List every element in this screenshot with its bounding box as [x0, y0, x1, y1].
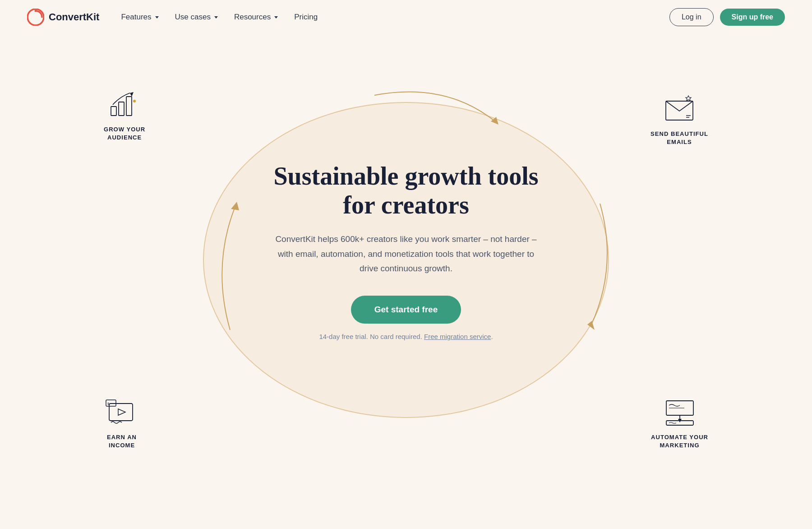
automate-marketing-label: AUTOMATE YOURMARKETING: [651, 433, 708, 450]
grow-audience-label: GROW YOURAUDIENCE: [104, 125, 145, 142]
feature-automate-marketing: AUTOMATE YOURMARKETING: [651, 396, 708, 450]
chart-growth-icon: [106, 88, 143, 120]
feature-send-emails: SEND BEAUTIFULEMAILS: [651, 93, 708, 146]
svg-text:$: $: [107, 402, 110, 406]
income-card-icon: $: [104, 396, 140, 428]
feature-grow-audience: GROW YOURAUDIENCE: [104, 88, 145, 142]
get-started-button[interactable]: Get started free: [351, 296, 461, 324]
hero-center-content: Sustainable growth tools for creators Co…: [248, 153, 564, 350]
nav-resources[interactable]: Resources: [234, 13, 278, 22]
hero-subtitle: ConvertKit helps 600k+ creators like you…: [271, 232, 541, 276]
send-emails-label: SEND BEAUTIFULEMAILS: [651, 130, 708, 146]
feature-earn-income: $ EARN ANINCOME: [104, 396, 140, 450]
hero-fine-print: 14-day free trial. No card required. Fre…: [257, 333, 555, 340]
envelope-icon: [661, 93, 697, 125]
svg-point-9: [133, 100, 136, 102]
hero-title: Sustainable growth tools for creators: [257, 162, 555, 220]
svg-rect-6: [119, 102, 124, 116]
chevron-down-icon: [274, 16, 278, 19]
login-button[interactable]: Log in: [669, 8, 714, 26]
svg-point-1: [35, 10, 37, 12]
svg-marker-14: [118, 409, 125, 415]
svg-rect-7: [126, 97, 132, 116]
nav-links: Features Use cases Resources Pricing: [121, 13, 669, 22]
hero-section: GROW YOURAUDIENCE SEND BEAUTIFULEMAILS $: [0, 34, 812, 486]
earn-income-label: EARN ANINCOME: [104, 433, 140, 450]
migration-link[interactable]: Free migration service: [424, 333, 491, 340]
nav-use-cases[interactable]: Use cases: [175, 13, 218, 22]
nav-features[interactable]: Features: [121, 13, 158, 22]
convertkit-logo-icon: [27, 9, 44, 26]
nav-pricing[interactable]: Pricing: [294, 13, 318, 22]
signup-button[interactable]: Sign up free: [720, 9, 785, 26]
nav-actions: Log in Sign up free: [669, 8, 785, 26]
chevron-down-icon: [155, 16, 159, 19]
automation-monitor-icon: [662, 396, 698, 428]
logo[interactable]: ConvertKit: [27, 9, 99, 26]
logo-text: ConvertKit: [49, 11, 99, 23]
navbar: ConvertKit Features Use cases Resources …: [0, 0, 812, 34]
svg-rect-5: [111, 107, 116, 116]
svg-marker-8: [130, 92, 134, 97]
chevron-down-icon: [214, 16, 218, 19]
